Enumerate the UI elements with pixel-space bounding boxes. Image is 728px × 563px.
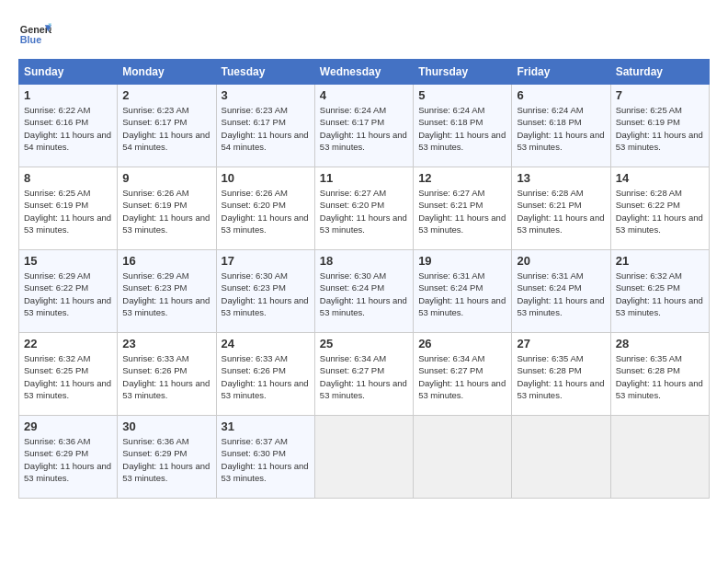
header-friday: Friday [512,60,610,85]
day-info: Sunrise: 6:34 AMSunset: 6:27 PMDaylight:… [418,353,506,400]
day-info: Sunrise: 6:33 AMSunset: 6:26 PMDaylight:… [122,353,210,400]
calendar-cell: 29 Sunrise: 6:36 AMSunset: 6:29 PMDaylig… [19,416,118,499]
calendar-cell: 4 Sunrise: 6:24 AMSunset: 6:17 PMDayligh… [314,85,413,167]
day-number: 16 [122,254,210,268]
calendar-cell: 25 Sunrise: 6:34 AMSunset: 6:27 PMDaylig… [314,333,413,416]
calendar-cell: 20 Sunrise: 6:31 AMSunset: 6:24 PMDaylig… [512,250,610,333]
day-info: Sunrise: 6:31 AMSunset: 6:24 PMDaylight:… [418,270,506,317]
calendar-cell: 30 Sunrise: 6:36 AMSunset: 6:29 PMDaylig… [118,416,216,499]
calendar-week-row: 22 Sunrise: 6:32 AMSunset: 6:25 PMDaylig… [19,333,710,416]
calendar-table: SundayMondayTuesdayWednesdayThursdayFrid… [18,59,710,499]
day-info: Sunrise: 6:23 AMSunset: 6:17 PMDaylight:… [222,105,309,152]
calendar-week-row: 8 Sunrise: 6:25 AMSunset: 6:19 PMDayligh… [19,167,710,250]
day-info: Sunrise: 6:30 AMSunset: 6:24 PMDaylight:… [320,270,407,317]
day-number: 28 [616,337,704,350]
day-info: Sunrise: 6:35 AMSunset: 6:28 PMDaylight:… [517,353,604,400]
calendar-cell: 10 Sunrise: 6:26 AMSunset: 6:20 PMDaylig… [216,167,314,250]
header-saturday: Saturday [610,60,709,85]
header-monday: Monday [118,60,216,85]
day-number: 3 [222,88,310,102]
calendar-cell [314,416,413,499]
calendar-cell: 13 Sunrise: 6:28 AMSunset: 6:21 PMDaylig… [512,167,610,250]
calendar-cell: 7 Sunrise: 6:25 AMSunset: 6:19 PMDayligh… [610,85,709,167]
day-info: Sunrise: 6:25 AMSunset: 6:19 PMDaylight:… [616,105,703,152]
day-number: 19 [418,254,506,268]
day-info: Sunrise: 6:29 AMSunset: 6:23 PMDaylight:… [122,270,210,317]
day-info: Sunrise: 6:25 AMSunset: 6:19 PMDaylight:… [24,188,111,235]
day-number: 4 [320,88,408,102]
day-number: 17 [222,254,310,268]
day-number: 26 [418,337,506,350]
calendar-cell: 12 Sunrise: 6:27 AMSunset: 6:21 PMDaylig… [414,167,512,250]
calendar-cell: 3 Sunrise: 6:23 AMSunset: 6:17 PMDayligh… [216,85,314,167]
day-number: 27 [517,337,605,350]
day-number: 18 [320,254,408,268]
calendar-cell: 9 Sunrise: 6:26 AMSunset: 6:19 PMDayligh… [118,167,216,250]
day-info: Sunrise: 6:27 AMSunset: 6:21 PMDaylight:… [418,188,506,235]
calendar-cell: 27 Sunrise: 6:35 AMSunset: 6:28 PMDaylig… [512,333,610,416]
day-info: Sunrise: 6:24 AMSunset: 6:17 PMDaylight:… [320,105,407,152]
day-info: Sunrise: 6:26 AMSunset: 6:19 PMDaylight:… [122,188,210,235]
day-info: Sunrise: 6:35 AMSunset: 6:28 PMDaylight:… [616,353,703,400]
logo: General Blue [18,18,55,52]
day-number: 2 [122,88,210,102]
calendar-cell: 18 Sunrise: 6:30 AMSunset: 6:24 PMDaylig… [314,250,413,333]
day-info: Sunrise: 6:29 AMSunset: 6:22 PMDaylight:… [24,270,111,317]
day-info: Sunrise: 6:32 AMSunset: 6:25 PMDaylight:… [616,270,703,317]
day-info: Sunrise: 6:36 AMSunset: 6:29 PMDaylight:… [122,436,210,483]
logo-icon: General Blue [18,18,51,52]
calendar-cell [414,416,512,499]
day-info: Sunrise: 6:24 AMSunset: 6:18 PMDaylight:… [418,105,506,152]
day-number: 7 [616,88,704,102]
calendar-cell: 17 Sunrise: 6:30 AMSunset: 6:23 PMDaylig… [216,250,314,333]
calendar-cell: 31 Sunrise: 6:37 AMSunset: 6:30 PMDaylig… [216,416,314,499]
day-number: 21 [616,254,704,268]
day-info: Sunrise: 6:28 AMSunset: 6:22 PMDaylight:… [616,188,703,235]
day-number: 10 [222,171,310,185]
calendar-cell: 1 Sunrise: 6:22 AMSunset: 6:16 PMDayligh… [19,85,118,167]
day-number: 6 [517,88,605,102]
day-info: Sunrise: 6:22 AMSunset: 6:16 PMDaylight:… [24,105,111,152]
header-wednesday: Wednesday [314,60,413,85]
day-info: Sunrise: 6:27 AMSunset: 6:20 PMDaylight:… [320,188,407,235]
page-header: General Blue [18,18,710,52]
calendar-cell: 23 Sunrise: 6:33 AMSunset: 6:26 PMDaylig… [118,333,216,416]
day-number: 20 [517,254,605,268]
day-number: 5 [418,88,506,102]
day-info: Sunrise: 6:24 AMSunset: 6:18 PMDaylight:… [517,105,604,152]
header-tuesday: Tuesday [216,60,314,85]
day-number: 15 [24,254,112,268]
calendar-cell: 11 Sunrise: 6:27 AMSunset: 6:20 PMDaylig… [314,167,413,250]
calendar-header-row: SundayMondayTuesdayWednesdayThursdayFrid… [19,60,710,85]
calendar-cell: 26 Sunrise: 6:34 AMSunset: 6:27 PMDaylig… [414,333,512,416]
calendar-week-row: 15 Sunrise: 6:29 AMSunset: 6:22 PMDaylig… [19,250,710,333]
day-info: Sunrise: 6:23 AMSunset: 6:17 PMDaylight:… [122,105,210,152]
day-number: 22 [24,337,112,350]
day-number: 29 [24,419,112,433]
calendar-week-row: 1 Sunrise: 6:22 AMSunset: 6:16 PMDayligh… [19,85,710,167]
svg-text:Blue: Blue [20,34,41,45]
calendar-cell: 24 Sunrise: 6:33 AMSunset: 6:26 PMDaylig… [216,333,314,416]
day-number: 9 [122,171,210,185]
calendar-cell: 14 Sunrise: 6:28 AMSunset: 6:22 PMDaylig… [610,167,709,250]
day-number: 1 [24,88,112,102]
day-info: Sunrise: 6:36 AMSunset: 6:29 PMDaylight:… [24,436,111,483]
header-sunday: Sunday [19,60,118,85]
calendar-cell: 16 Sunrise: 6:29 AMSunset: 6:23 PMDaylig… [118,250,216,333]
day-number: 24 [222,337,310,350]
calendar-cell: 2 Sunrise: 6:23 AMSunset: 6:17 PMDayligh… [118,85,216,167]
header-thursday: Thursday [414,60,512,85]
calendar-cell: 6 Sunrise: 6:24 AMSunset: 6:18 PMDayligh… [512,85,610,167]
day-number: 14 [616,171,704,185]
day-number: 30 [122,419,210,433]
day-number: 8 [24,171,112,185]
calendar-cell: 5 Sunrise: 6:24 AMSunset: 6:18 PMDayligh… [414,85,512,167]
day-info: Sunrise: 6:32 AMSunset: 6:25 PMDaylight:… [24,353,111,400]
day-number: 11 [320,171,408,185]
calendar-week-row: 29 Sunrise: 6:36 AMSunset: 6:29 PMDaylig… [19,416,710,499]
calendar-cell: 8 Sunrise: 6:25 AMSunset: 6:19 PMDayligh… [19,167,118,250]
day-info: Sunrise: 6:31 AMSunset: 6:24 PMDaylight:… [517,270,604,317]
day-number: 25 [320,337,408,350]
day-info: Sunrise: 6:34 AMSunset: 6:27 PMDaylight:… [320,353,407,400]
day-info: Sunrise: 6:33 AMSunset: 6:26 PMDaylight:… [222,353,309,400]
